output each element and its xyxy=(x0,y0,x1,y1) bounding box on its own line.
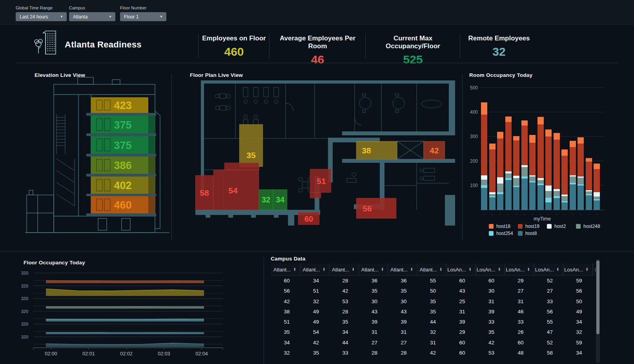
kpi-value: 46 xyxy=(270,53,366,66)
bar-segment-host19 xyxy=(586,162,592,190)
room-occupancy-plot xyxy=(480,88,604,210)
column-header-3[interactable]: Atlant...▲▼ xyxy=(359,264,388,275)
room-occupancy-value: 35 xyxy=(246,151,256,160)
table-cell: 33 xyxy=(476,317,505,327)
table-cell: 42 xyxy=(329,286,359,296)
x-tick-label: .. xyxy=(578,212,584,215)
column-header-2[interactable]: Atlant...▲▼ xyxy=(329,264,359,275)
floor-label: Floor Number xyxy=(120,5,166,10)
bar xyxy=(570,141,576,210)
window-dot xyxy=(49,50,49,51)
window-dot xyxy=(52,35,53,36)
column-header-0[interactable]: Atlant...▲▼ xyxy=(271,264,300,275)
bar-segment-host8 xyxy=(537,185,544,210)
table-cell: 59 xyxy=(563,338,592,348)
window-dot xyxy=(52,46,53,47)
bar xyxy=(529,135,536,210)
kpi-label: Remote Employees xyxy=(460,35,538,42)
floor-dropdown[interactable]: Floor 1 ▼ xyxy=(120,12,166,21)
table-cell: 27 xyxy=(534,286,563,296)
kpi-label: Current Max Occupancy/Floor xyxy=(366,35,460,50)
window-dot xyxy=(51,35,51,36)
window-dot xyxy=(54,33,55,34)
x-tick-label: .. xyxy=(489,212,496,215)
scrollbar-track[interactable] xyxy=(596,259,600,363)
window-dot xyxy=(47,50,48,51)
bar-segment-host19 xyxy=(489,149,496,192)
row-y-tick: 320 xyxy=(21,284,28,288)
legend-swatch xyxy=(489,231,494,236)
table-cell: 44 xyxy=(329,338,359,348)
stairs xyxy=(56,114,75,206)
bar xyxy=(545,129,552,210)
legend-swatch xyxy=(518,231,523,236)
table-cell: 55 xyxy=(534,317,563,327)
table-body: 6034283636556060295259565142353550433027… xyxy=(271,276,596,358)
window-dot xyxy=(47,46,48,47)
window-dot xyxy=(47,44,48,45)
campus-dropdown[interactable]: Atlanta ▼ xyxy=(69,12,115,21)
campus-label: Campus xyxy=(69,5,115,10)
floorplan-panel-title: Floor Plan Live View xyxy=(190,72,243,78)
table-cell xyxy=(592,338,596,348)
bar-segment-host248 xyxy=(521,167,528,177)
bar-segment-host18 xyxy=(521,120,528,126)
bar-segment-host248 xyxy=(578,178,584,184)
table-cell: 60 xyxy=(446,276,476,286)
column-header-10[interactable]: LosAn...▲▼ xyxy=(563,264,592,275)
window-dot xyxy=(51,42,51,43)
window-dot xyxy=(51,48,51,49)
bar-segment-host8 xyxy=(554,198,560,210)
x-tick-label: .. xyxy=(561,212,568,215)
table-row: 3442442727316042605259 xyxy=(271,338,596,348)
bar-segment-host19 xyxy=(505,122,512,171)
table-cell: 31 xyxy=(446,307,476,317)
table-cell: 50 xyxy=(417,286,446,296)
column-header-6[interactable]: LosAn...▲▼ xyxy=(446,264,476,275)
floor-occupancy-value: 375 xyxy=(114,140,131,151)
floor-occupancy-value: 423 xyxy=(114,100,131,111)
table-cell: 56 xyxy=(563,286,592,296)
column-header-8[interactable]: LosAn...▲▼ xyxy=(505,264,534,275)
bar-segment-host248 xyxy=(497,184,503,192)
window-dot xyxy=(49,38,49,38)
table-cell: 28 xyxy=(329,307,359,317)
column-header-4[interactable]: Atlant...▲▼ xyxy=(388,264,417,275)
x-tick-label: 02:03 xyxy=(158,351,170,357)
column-header-1[interactable]: Atlant...▲▼ xyxy=(300,264,330,275)
scrollbar-thumb[interactable] xyxy=(596,260,599,334)
window-dot xyxy=(47,33,48,34)
bar-segment-host248 xyxy=(570,177,576,183)
bar-segment-host2 xyxy=(594,192,600,197)
x-tick-label: 02:00 xyxy=(45,351,57,357)
kpi-0: Employees on Floor460 xyxy=(198,34,270,58)
row-y-tick: 320 xyxy=(21,296,28,301)
bar xyxy=(554,133,560,210)
panel-divider xyxy=(264,257,264,364)
table-cell: 36 xyxy=(388,276,417,286)
table-cell xyxy=(592,286,596,296)
sort-icon: ▲▼ xyxy=(293,268,296,271)
window-dot xyxy=(49,44,49,45)
column-header-7[interactable]: LosAn...▲▼ xyxy=(476,264,505,275)
table-cell: 35 xyxy=(359,286,388,296)
area-series xyxy=(46,343,204,347)
room-occupancy-chart: 100200300400500 ........................… xyxy=(467,82,608,239)
chevron-down-icon: ▼ xyxy=(160,15,163,18)
sort-icon: ▲▼ xyxy=(323,268,325,271)
table-cell: 54 xyxy=(300,327,330,337)
campus-data-table: Atlant...▲▼Atlant...▲▼Atlant...▲▼Atlant.… xyxy=(271,264,596,364)
sort-icon: ▲▼ xyxy=(440,268,442,271)
room-occupancy-value: 42 xyxy=(430,146,439,155)
bar xyxy=(521,120,528,210)
column-header-9[interactable]: LosAn...▲▼ xyxy=(534,264,563,275)
window-dot xyxy=(51,44,51,45)
floor-occupancy-chart: 32032032032032032002:0002:0102:0202:0302… xyxy=(16,267,235,359)
campus-value: Atlanta xyxy=(73,14,87,20)
table-cell: 31 xyxy=(359,327,388,337)
column-header-5[interactable]: Atlant...▲▼ xyxy=(417,264,446,275)
table-cell: 39 xyxy=(446,317,476,327)
table-cell: 42 xyxy=(417,348,446,358)
time-range-dropdown[interactable]: Last 24 hours ▼ xyxy=(16,12,67,21)
bar-segment-host19 xyxy=(578,144,584,177)
